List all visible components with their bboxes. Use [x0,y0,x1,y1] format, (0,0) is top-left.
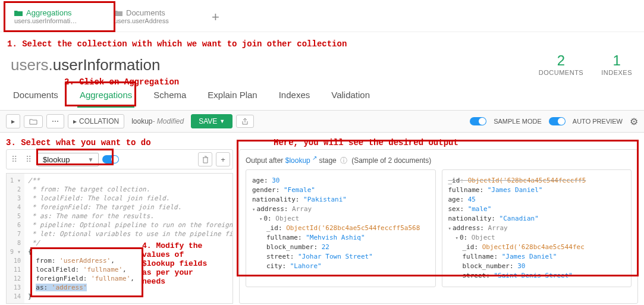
chevron-down-icon: ▼ [219,118,225,124]
nav-tabs: Documents Aggregations Schema Explain Pl… [0,85,644,108]
collection-stats: 2 DOCUMENTS 1 INDEXES [539,52,632,76]
db-name: users [11,56,49,74]
external-link-icon: ↗ [312,155,317,161]
chevron-down-icon: ▼ [88,156,94,163]
toolbar: ▸ ⋯ ▸ COLLATION lookup- Modified SAVE ▼ … [0,110,644,133]
auto-preview-label: AUTO PREVIEW [573,118,623,125]
auto-preview-toggle[interactable] [549,117,566,125]
file-tab-documents[interactable]: Documents users.userAddress [106,5,201,29]
file-tab-type: Aggregations [26,8,72,17]
folder-icon [14,10,23,16]
output-header: Output after $lookup ↗ stage ⓘ (Sample o… [246,155,632,166]
code-content: /** * from: The target collection. * loc… [24,174,233,303]
stage-operator-value: $lookup [43,155,70,164]
output-sample-count: (Sample of 2 documents) [351,156,431,165]
file-tabs: Aggregations users.userInformati… Docume… [0,0,644,32]
annotation-step1: 1. Select the collection with which we w… [7,39,347,49]
stage-enabled-toggle[interactable] [102,155,119,163]
stage-operator-select[interactable]: $lookup ▼ [37,153,99,166]
collation-button[interactable]: ▸ COLLATION [68,114,124,128]
toggle-panel-button[interactable]: ▸ [6,114,20,128]
output-header-prefix: Output after [246,156,285,165]
stat-num: 1 [601,52,632,69]
tab-validation[interactable]: Validation [329,85,372,108]
stat-indexes: 1 INDEXES [601,52,632,76]
code-editor[interactable]: 1 ▾23456789 ▾1011121314 /** * from: The … [6,173,233,304]
tab-documents[interactable]: Documents [11,85,61,108]
collection-name: userInformation [53,56,161,74]
pipeline-state: - Modified [153,117,184,125]
sample-mode-toggle[interactable] [470,117,486,125]
stat-num: 2 [539,52,583,69]
stage-header: ⠿ ⠿ $lookup ▼ + [6,149,233,169]
save-label: SAVE [199,117,217,125]
tab-explain-plan[interactable]: Explain Plan [205,85,259,108]
caret-down-icon[interactable]: ▾ [455,233,458,243]
pipeline-name: lookup- Modified [128,117,187,125]
output-document-1: age: 30 gender: "Female" nationality: "P… [246,169,436,287]
caret-down-icon[interactable]: ▾ [252,205,255,214]
caret-down-icon[interactable]: ▾ [259,214,262,224]
folder-open-icon [29,118,37,125]
line-gutter: 1 ▾23456789 ▾1011121314 [7,174,24,303]
page-title: users.userInformation [11,56,160,74]
tab-indexes[interactable]: Indexes [277,85,313,108]
info-icon: ⓘ [340,156,347,165]
export-icon [241,118,249,125]
folder-icon [114,10,122,16]
stat-label: DOCUMENTS [539,69,583,76]
pipeline-name-text: lookup [131,117,152,125]
tab-aggregations[interactable]: Aggregations [77,85,134,108]
delete-stage-button[interactable] [198,152,212,166]
gear-icon[interactable]: ⚙ [630,116,638,127]
open-folder-button[interactable] [24,115,43,128]
add-tab-button[interactable]: + [206,10,225,25]
file-tab-aggregations[interactable]: Aggregations users.userInformati… [6,5,101,29]
more-button[interactable]: ⋯ [46,114,64,128]
add-stage-button[interactable]: + [216,152,230,166]
export-button[interactable] [236,115,254,128]
stat-label: INDEXES [601,69,632,76]
file-tab-type: Documents [126,8,165,17]
tab-schema[interactable]: Schema [151,85,189,108]
trash-icon [202,156,209,163]
sample-mode-label: SAMPLE MODE [494,118,542,125]
grip-icon[interactable]: ⠿ [23,155,34,164]
caret-down-icon[interactable]: ▾ [448,224,451,233]
lookup-docs-link[interactable]: $lookup ↗ [285,156,317,165]
output-document-2: _id: ObjectId('628bc4a45c544feccff5 full… [442,169,632,287]
stat-documents: 2 DOCUMENTS [539,52,583,76]
collation-label: COLLATION [79,117,119,125]
grip-icon[interactable]: ⠿ [9,155,20,164]
file-tab-sub: users.userInformati… [14,17,93,24]
file-tab-sub: users.userAddress [114,17,193,24]
save-button[interactable]: SAVE ▼ [191,114,233,128]
output-header-suffix: stage [317,156,337,165]
output-panel: Output after $lookup ↗ stage ⓘ (Sample o… [239,149,638,304]
